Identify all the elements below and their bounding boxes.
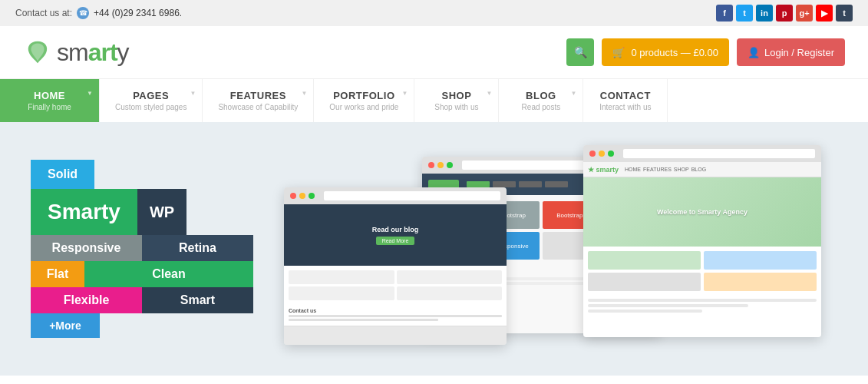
tag-row-resp: Responsive Retina [31,235,253,261]
nav-pages-arrow: ▼ [190,90,196,97]
tag-wp: WP [137,189,186,235]
nav-portfolio-label: PORTFOLIO [333,90,394,101]
screen3-bottom [583,296,821,318]
twitter-icon[interactable]: t [736,5,753,22]
nav-features-sub: Showcase of Capability [218,103,298,111]
nav-shop-sub: Shop with us [434,103,478,111]
nav-home-sub: Finally home [28,103,71,111]
facebook-icon[interactable]: f [716,5,733,22]
s3-nav3: SHOP [674,167,689,172]
youtube-icon[interactable]: ▶ [816,5,833,22]
nav-pages[interactable]: PAGES Custom styled pages ▼ [100,79,203,122]
tag-more: +More [31,313,100,338]
tag-flat: Flat [31,261,84,287]
s3b-line-1 [588,299,817,302]
browser-dot-yellow-4 [299,193,305,199]
contact-label: Contact us at: [15,8,72,18]
logo[interactable]: smarty [23,38,129,67]
tag-row-flex: Flexible Smart [31,287,253,313]
linkedin-icon[interactable]: in [756,5,773,22]
nav-portfolio-sub: Our works and pride [329,103,398,111]
s3-item-3 [588,273,701,291]
s3-item-4 [704,273,817,291]
browser-url-4 [324,191,500,200]
browser-url-3 [623,149,815,158]
screen3-content [583,247,821,296]
s3-nav4: BLOG [691,167,706,172]
nav-portfolio[interactable]: PORTFOLIO Our works and pride ▼ [314,79,414,122]
cart-button[interactable]: 🛒 0 products — £0.00 [602,38,728,66]
tag-retina: Retina [142,235,253,261]
googleplus-icon[interactable]: g+ [796,5,813,22]
login-label: Login / Register [764,47,834,58]
login-button[interactable]: 👤 Login / Register [737,38,845,66]
browser-dot-yellow-2 [437,162,444,168]
screen3-welcome: Welcome to Smarty Agency [657,208,748,216]
s2-navitem2 [493,181,516,187]
screen4-contact: Contact us [284,305,507,326]
screen4-btn: Read More [376,237,415,245]
screen3-nav: HOME FEATURES SHOP BLOG [625,167,706,172]
tag-row-solid: Solid [31,160,253,189]
tumblr-icon[interactable]: t [836,5,853,22]
nav-contact-sub: Interact with us [599,103,651,111]
logo-text: smarty [57,38,129,67]
screen-mockup-3: ★ smarty HOME FEATURES SHOP BLOG Welcome… [583,145,821,337]
nav-blog[interactable]: BLOG Read posts ▼ [499,79,583,122]
browser-dot-red-3 [589,151,596,157]
s3-item-2 [704,251,817,270]
nav-shop-label: SHOP [441,90,471,101]
logo-art: art [88,38,117,66]
s4-item2 [397,270,503,284]
nav-home[interactable]: HOME Finally home ▼ [0,79,100,122]
screenshots-area: ★ smarty HOME FEATURES SHOP BLOG Welcome… [284,145,837,353]
nav-features-label: FEATURES [230,90,286,101]
screen4-grid [284,266,507,305]
browser-dot-red-2 [428,162,434,168]
browser-bar-4 [284,187,507,204]
s2-navitem4 [545,181,568,187]
screen4-hero: Read our blog Read More [284,204,507,266]
nav-shop-arrow: ▼ [486,90,492,97]
browser-body-3: ★ smarty HOME FEATURES SHOP BLOG Welcome… [583,162,821,337]
s3b-line-3 [588,310,702,313]
tag-row-more: +More [31,313,253,338]
s4-item4 [397,286,503,300]
nav-features[interactable]: FEATURES Showcase of Capability ▼ [203,79,314,122]
nav-contact[interactable]: CONTACT Interact with us [583,79,668,122]
s2-navitem3 [519,181,542,187]
s4-item1 [289,270,394,284]
screen4-footer [284,326,507,345]
browser-bar-3 [583,145,821,162]
nav-pages-sub: Custom styled pages [115,103,186,111]
browser-dot-green-4 [309,193,315,199]
s4-item3 [289,286,394,300]
screen3-hero: Welcome to Smarty Agency [583,177,821,247]
browser-body-4: Read our blog Read More Contact us [284,204,507,341]
top-bar: Contact us at: ☎ +44 (0)29 2341 6986. f … [0,0,868,26]
phone-icon: ☎ [77,7,89,19]
logo-y: y [117,38,129,66]
browser-dot-red-4 [290,193,296,199]
search-button[interactable]: 🔍 [566,38,594,66]
browser-dot-green-3 [608,151,614,157]
nav-home-label: HOME [34,90,65,101]
tag-flexible: Flexible [31,287,142,313]
screen-mockup-4: Read our blog Read More Contact us [284,187,507,345]
nav-shop[interactable]: SHOP Shop with us ▼ [414,79,499,122]
tag-smarty: Smarty [31,189,137,235]
user-icon: 👤 [748,47,760,58]
nav-home-arrow: ▼ [87,90,93,97]
nav-contact-label: CONTACT [600,90,651,101]
pinterest-icon[interactable]: p [776,5,793,22]
s2-navitem1 [467,181,490,187]
cart-label: 0 products — £0.00 [631,47,718,58]
header-right: 🔍 🛒 0 products — £0.00 👤 Login / Registe… [566,38,845,66]
s3-nav2: FEATURES [643,167,672,172]
s3b-line-2 [588,304,748,307]
tag-responsive: Responsive [31,235,142,261]
logo-icon-svg [23,38,52,67]
tag-clean: Clean [84,261,253,287]
screen4-blog-title: Read our blog [372,226,419,233]
tag-row-flat: Flat Clean [31,261,253,287]
